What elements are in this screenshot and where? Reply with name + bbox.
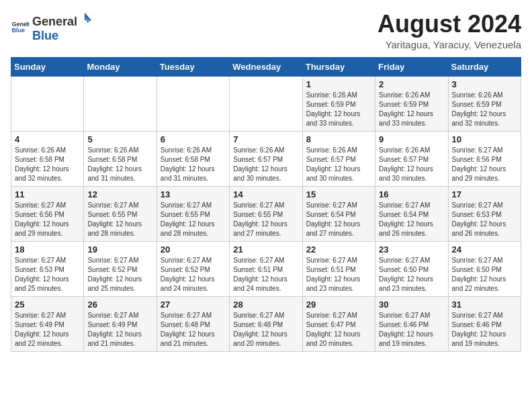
calendar-cell: 26Sunrise: 6:27 AM Sunset: 6:49 PM Dayli…: [84, 296, 157, 351]
logo-blue-text: Blue: [32, 29, 93, 43]
day-number: 18: [15, 244, 80, 255]
column-header-sunday: Sunday: [11, 57, 84, 76]
calendar-cell: 10Sunrise: 6:27 AM Sunset: 6:56 PM Dayli…: [448, 131, 521, 186]
title-area: August 2024 Yaritagua, Yaracuy, Venezuel…: [378, 11, 521, 50]
calendar-cell: 5Sunrise: 6:26 AM Sunset: 6:58 PM Daylig…: [84, 131, 157, 186]
calendar-cell: 13Sunrise: 6:27 AM Sunset: 6:55 PM Dayli…: [157, 186, 229, 241]
svg-text:Blue: Blue: [11, 27, 25, 34]
day-number: 2: [379, 79, 444, 89]
day-info: Sunrise: 6:27 AM Sunset: 6:53 PM Dayligh…: [15, 256, 80, 293]
day-number: 23: [379, 244, 444, 255]
day-info: Sunrise: 6:27 AM Sunset: 6:55 PM Dayligh…: [161, 201, 226, 238]
calendar-cell: 1Sunrise: 6:26 AM Sunset: 6:59 PM Daylig…: [302, 76, 375, 131]
header: General Blue General Blue August 2024 Ya…: [11, 11, 521, 50]
week-row-5: 25Sunrise: 6:27 AM Sunset: 6:49 PM Dayli…: [11, 296, 521, 351]
column-header-monday: Monday: [84, 57, 157, 76]
day-number: 22: [306, 244, 371, 255]
calendar-cell: 15Sunrise: 6:27 AM Sunset: 6:54 PM Dayli…: [302, 186, 375, 241]
calendar-cell: 3Sunrise: 6:26 AM Sunset: 6:59 PM Daylig…: [448, 76, 521, 131]
day-info: Sunrise: 6:26 AM Sunset: 6:57 PM Dayligh…: [379, 146, 444, 183]
day-number: 7: [233, 134, 298, 144]
day-number: 29: [306, 300, 371, 310]
week-row-4: 18Sunrise: 6:27 AM Sunset: 6:53 PM Dayli…: [11, 241, 521, 296]
day-info: Sunrise: 6:26 AM Sunset: 6:59 PM Dayligh…: [379, 91, 444, 128]
calendar-cell: 16Sunrise: 6:27 AM Sunset: 6:54 PM Dayli…: [375, 186, 448, 241]
day-info: Sunrise: 6:27 AM Sunset: 6:53 PM Dayligh…: [452, 201, 517, 238]
day-number: 16: [379, 189, 444, 199]
calendar-cell: 8Sunrise: 6:26 AM Sunset: 6:57 PM Daylig…: [302, 131, 375, 186]
column-header-thursday: Thursday: [302, 57, 375, 76]
generalblue-logo-icon: General Blue: [11, 17, 30, 36]
column-header-saturday: Saturday: [448, 57, 521, 76]
calendar-cell: 24Sunrise: 6:27 AM Sunset: 6:50 PM Dayli…: [448, 241, 521, 296]
column-header-tuesday: Tuesday: [157, 57, 229, 76]
day-number: 10: [452, 134, 517, 144]
logo-general-text: General: [32, 15, 77, 29]
column-header-wednesday: Wednesday: [230, 57, 302, 76]
calendar-cell: 6Sunrise: 6:26 AM Sunset: 6:58 PM Daylig…: [157, 131, 229, 186]
day-info: Sunrise: 6:27 AM Sunset: 6:55 PM Dayligh…: [87, 201, 152, 238]
column-header-friday: Friday: [375, 57, 448, 76]
day-number: 14: [233, 189, 298, 199]
week-row-1: 1Sunrise: 6:26 AM Sunset: 6:59 PM Daylig…: [11, 76, 521, 131]
calendar-cell: 22Sunrise: 6:27 AM Sunset: 6:51 PM Dayli…: [302, 241, 375, 296]
week-row-2: 4Sunrise: 6:26 AM Sunset: 6:58 PM Daylig…: [11, 131, 521, 186]
header-row: SundayMondayTuesdayWednesdayThursdayFrid…: [11, 57, 521, 76]
day-number: 12: [87, 189, 152, 199]
day-number: 1: [306, 79, 371, 89]
day-info: Sunrise: 6:26 AM Sunset: 6:57 PM Dayligh…: [306, 146, 371, 183]
day-number: 28: [233, 300, 298, 310]
day-number: 17: [452, 189, 517, 199]
day-info: Sunrise: 6:26 AM Sunset: 6:58 PM Dayligh…: [15, 146, 80, 183]
calendar-cell: [11, 76, 84, 131]
calendar-cell: 27Sunrise: 6:27 AM Sunset: 6:48 PM Dayli…: [157, 296, 229, 351]
day-number: 11: [15, 189, 80, 199]
day-number: 8: [306, 134, 371, 144]
calendar-cell: [84, 76, 157, 131]
day-number: 13: [161, 189, 226, 199]
day-info: Sunrise: 6:27 AM Sunset: 6:56 PM Dayligh…: [452, 146, 517, 183]
day-info: Sunrise: 6:27 AM Sunset: 6:50 PM Dayligh…: [452, 256, 517, 293]
day-number: 21: [233, 244, 298, 255]
calendar-cell: 14Sunrise: 6:27 AM Sunset: 6:55 PM Dayli…: [230, 186, 302, 241]
calendar-cell: 7Sunrise: 6:26 AM Sunset: 6:57 PM Daylig…: [230, 131, 302, 186]
day-info: Sunrise: 6:27 AM Sunset: 6:47 PM Dayligh…: [306, 311, 371, 349]
month-year-title: August 2024: [378, 11, 521, 38]
day-info: Sunrise: 6:27 AM Sunset: 6:54 PM Dayligh…: [306, 201, 371, 238]
day-info: Sunrise: 6:27 AM Sunset: 6:48 PM Dayligh…: [161, 311, 226, 349]
day-info: Sunrise: 6:27 AM Sunset: 6:55 PM Dayligh…: [233, 201, 298, 238]
day-info: Sunrise: 6:27 AM Sunset: 6:52 PM Dayligh…: [161, 256, 226, 293]
day-info: Sunrise: 6:27 AM Sunset: 6:46 PM Dayligh…: [452, 311, 517, 349]
day-info: Sunrise: 6:27 AM Sunset: 6:49 PM Dayligh…: [15, 311, 80, 349]
day-number: 25: [15, 300, 80, 310]
day-number: 5: [87, 134, 152, 144]
calendar-cell: 25Sunrise: 6:27 AM Sunset: 6:49 PM Dayli…: [11, 296, 84, 351]
day-number: 27: [161, 300, 226, 310]
day-number: 31: [452, 300, 517, 310]
calendar-header: SundayMondayTuesdayWednesdayThursdayFrid…: [11, 57, 521, 76]
day-info: Sunrise: 6:27 AM Sunset: 6:48 PM Dayligh…: [233, 311, 298, 349]
day-info: Sunrise: 6:26 AM Sunset: 6:59 PM Dayligh…: [306, 91, 371, 128]
calendar-cell: 9Sunrise: 6:26 AM Sunset: 6:57 PM Daylig…: [375, 131, 448, 186]
calendar-cell: 20Sunrise: 6:27 AM Sunset: 6:52 PM Dayli…: [157, 241, 229, 296]
day-info: Sunrise: 6:26 AM Sunset: 6:59 PM Dayligh…: [452, 91, 517, 128]
day-info: Sunrise: 6:27 AM Sunset: 6:54 PM Dayligh…: [379, 201, 444, 238]
calendar-body: 1Sunrise: 6:26 AM Sunset: 6:59 PM Daylig…: [11, 76, 521, 351]
day-info: Sunrise: 6:27 AM Sunset: 6:51 PM Dayligh…: [233, 256, 298, 293]
calendar-cell: 17Sunrise: 6:27 AM Sunset: 6:53 PM Dayli…: [448, 186, 521, 241]
logo-triangle-icon: [78, 11, 93, 26]
day-info: Sunrise: 6:27 AM Sunset: 6:51 PM Dayligh…: [306, 256, 371, 293]
calendar-cell: [230, 76, 302, 131]
calendar-cell: 2Sunrise: 6:26 AM Sunset: 6:59 PM Daylig…: [375, 76, 448, 131]
week-row-3: 11Sunrise: 6:27 AM Sunset: 6:56 PM Dayli…: [11, 186, 521, 241]
calendar-cell: 19Sunrise: 6:27 AM Sunset: 6:52 PM Dayli…: [84, 241, 157, 296]
day-number: 19: [87, 244, 152, 255]
day-number: 15: [306, 189, 371, 199]
calendar-cell: 21Sunrise: 6:27 AM Sunset: 6:51 PM Dayli…: [230, 241, 302, 296]
day-number: 26: [87, 300, 152, 310]
calendar-cell: 23Sunrise: 6:27 AM Sunset: 6:50 PM Dayli…: [375, 241, 448, 296]
day-info: Sunrise: 6:27 AM Sunset: 6:56 PM Dayligh…: [15, 201, 80, 238]
day-number: 3: [452, 79, 517, 89]
day-info: Sunrise: 6:27 AM Sunset: 6:49 PM Dayligh…: [87, 311, 152, 349]
day-info: Sunrise: 6:27 AM Sunset: 6:46 PM Dayligh…: [379, 311, 444, 349]
